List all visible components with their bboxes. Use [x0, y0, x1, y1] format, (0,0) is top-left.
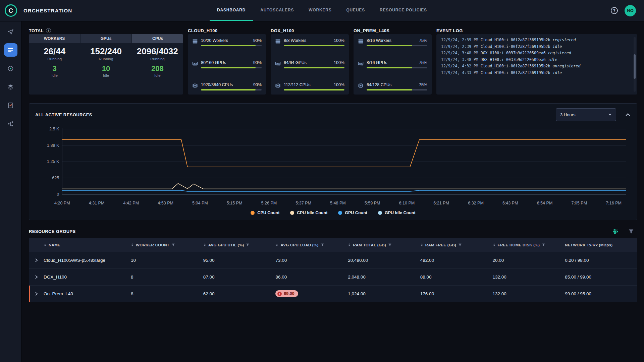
event-log-module: EVENT LOG 12/9/24, 2:39 PM Cloud_H100:i-… [436, 27, 637, 95]
resource-groups-table: NAMEWORKER COUNTAVG GPU UTIL (%)AVG CPU … [29, 238, 637, 302]
log-status: idle [548, 57, 557, 62]
filter-icon[interactable] [321, 243, 324, 247]
utilization-bar [367, 45, 427, 46]
time-range-value: 3 Hours [560, 112, 576, 117]
sidebar-item-orchestration[interactable] [4, 43, 17, 57]
avatar[interactable]: NO [625, 5, 636, 16]
tab-autoscalers[interactable]: AUTOSCALERS [253, 0, 301, 21]
gpu-icon [192, 61, 198, 68]
svg-text:5:04 PM: 5:04 PM [192, 201, 208, 205]
column-header-avg-cpu-load[interactable]: AVG CPU LOAD (%) [275, 243, 348, 247]
column-header-worker-count[interactable]: WORKER COUNT [131, 243, 203, 247]
resource-card-cloud-h100: CLOUD_H10010/20 Workers90%80/160 GPUs90%… [188, 27, 266, 95]
legend-item-gpu-count[interactable]: GPU Count [338, 210, 367, 215]
event-log-scrollbar[interactable] [634, 37, 636, 92]
legend-item-gpu-idle-count[interactable]: GPU Idle Count [378, 210, 416, 215]
sort-icon[interactable] [348, 243, 351, 247]
chart-legend: CPU CountCPU Idle CountGPU CountGPU Idle… [35, 210, 631, 215]
utilization-bar [284, 45, 344, 46]
total-col-cpus: 2096/4032Running208Idle [132, 47, 183, 77]
card-title: CLOUD_H100 [188, 27, 266, 34]
legend-item-cpu-idle-count[interactable]: CPU Idle Count [290, 210, 327, 215]
avg-cpu-load: !99.00 [275, 290, 348, 297]
svg-text:6:21 PM: 6:21 PM [433, 201, 449, 205]
log-time: 12/9/24, 2:39 PM [441, 44, 478, 49]
time-range-dropdown[interactable]: 3 Hours [556, 108, 616, 121]
total-tab-gpus[interactable]: GPUs [80, 34, 131, 43]
collapse-panel-icon[interactable] [625, 112, 631, 118]
cpu-load-alert-badge: !99.00 [275, 290, 298, 297]
sidebar-item-reports[interactable] [4, 99, 17, 112]
tab-resource-policies[interactable]: RESOURCE POLICIES [372, 0, 434, 21]
stat-label: 10/20 Workers [201, 38, 228, 43]
svg-text:5:37 PM: 5:37 PM [296, 201, 311, 205]
sidebar-item-datasets[interactable] [4, 80, 17, 94]
svg-text:4:20 PM: 4:20 PM [54, 201, 70, 205]
resource-group-row-on-prem-l40[interactable]: On_Prem_L40862.00!99.001,024.00176.00132… [29, 286, 637, 302]
layers-icon [7, 84, 14, 90]
expand-row-chevron-icon[interactable] [29, 258, 44, 262]
stat-percent: 100% [334, 60, 344, 65]
svg-text:0: 0 [57, 192, 59, 197]
avg-gpu-util: 95.00 [203, 258, 276, 263]
column-header-free-home-disk[interactable]: FREE HOME DISK (%) [493, 243, 565, 247]
filter-icon[interactable] [542, 243, 545, 247]
svg-text:2.5 K: 2.5 K [49, 127, 59, 131]
expand-row-chevron-icon[interactable] [29, 292, 44, 296]
svg-text:5:59 PM: 5:59 PM [365, 201, 380, 205]
column-header-ram-free-gb[interactable]: RAM FREE (GB) [420, 243, 493, 247]
utilization-bar [201, 89, 262, 90]
sort-icon[interactable] [420, 243, 423, 247]
worker-count: 8 [131, 291, 203, 296]
sidebar-item-launch[interactable] [4, 25, 17, 38]
utilization-bar [201, 67, 262, 68]
help-icon[interactable]: ? [611, 7, 618, 14]
tab-workers[interactable]: WORKERS [301, 0, 339, 21]
total-tab-cpus[interactable]: CPUs [132, 34, 183, 43]
column-header-network-tx-rx-mbps[interactable]: NETWORK Tx/Rx (MBps) [565, 243, 637, 247]
expand-row-chevron-icon[interactable] [29, 275, 44, 279]
event-log-scrollbar-thumb[interactable] [634, 54, 636, 78]
legend-label: GPU Count [345, 210, 367, 215]
running-value: 152/240 [80, 47, 131, 57]
app-logo-icon[interactable]: C [5, 4, 17, 17]
resource-group-row-cloud-h100-aws-p5-48xlarge[interactable]: Cloud_H100:AWS-p5.48xlarge1095.0073.0020… [29, 252, 637, 269]
column-header-name[interactable]: NAME [44, 243, 131, 247]
idle-label: Idle [132, 73, 183, 77]
sort-icon[interactable] [203, 243, 206, 247]
sidebar-item-pipelines[interactable] [4, 117, 17, 130]
filter-icon[interactable] [388, 243, 392, 247]
column-settings-icon[interactable] [612, 228, 619, 235]
utilization-bar [367, 89, 427, 90]
info-icon[interactable]: i [46, 28, 51, 33]
total-tab-workers[interactable]: WORKERS [29, 34, 80, 43]
column-header-avg-gpu-util[interactable]: AVG GPU UTIL (%) [203, 243, 276, 247]
stat-percent: 90% [253, 82, 262, 87]
resource-card-box: 8/8 Workers100%64/64 GPUs100%112/112 CPU… [271, 34, 349, 95]
sort-icon[interactable] [275, 243, 278, 247]
table-filter-icon[interactable] [628, 229, 634, 234]
svg-text:625: 625 [52, 176, 59, 180]
event-log-box: 12/9/24, 2:39 PM Cloud_H100:i-00f2a87f36… [436, 34, 637, 95]
idle-value: 10 [80, 64, 131, 73]
legend-item-cpu-count[interactable]: CPU Count [251, 210, 279, 215]
tab-dashboard[interactable]: DASHBOARD [210, 0, 253, 21]
filter-icon[interactable] [458, 243, 462, 247]
filter-icon[interactable] [246, 243, 250, 247]
stat-label: 8/8 Workers [284, 38, 306, 43]
page-title: ORCHESTRATION [23, 0, 72, 21]
svg-text:4:42 PM: 4:42 PM [123, 201, 139, 205]
resource-card-on-prem-l40s: ON_PREM_L40S8/16 Workers75%8/16 GPUs75%6… [354, 27, 432, 95]
sidebar-item-monitor[interactable] [4, 62, 17, 75]
avg-cpu-load: 86.00 [275, 275, 348, 280]
resource-group-row-dgx-h100[interactable]: DGX_H100887.0086.002,048.0088.00132.0085… [29, 269, 637, 286]
column-header-ram-total-gb[interactable]: RAM TOTAL (GB) [348, 243, 420, 247]
sort-icon[interactable] [44, 243, 47, 247]
tab-queues[interactable]: QUEUES [339, 0, 372, 21]
stat-label: 1920/3840 CPUs [201, 82, 233, 87]
total-values: 26/44Running3Idle152/240Running10Idle209… [29, 43, 183, 81]
sort-icon[interactable] [493, 243, 496, 247]
sort-icon[interactable] [131, 243, 134, 247]
stat-percent: 90% [253, 38, 262, 43]
filter-icon[interactable] [171, 243, 175, 247]
